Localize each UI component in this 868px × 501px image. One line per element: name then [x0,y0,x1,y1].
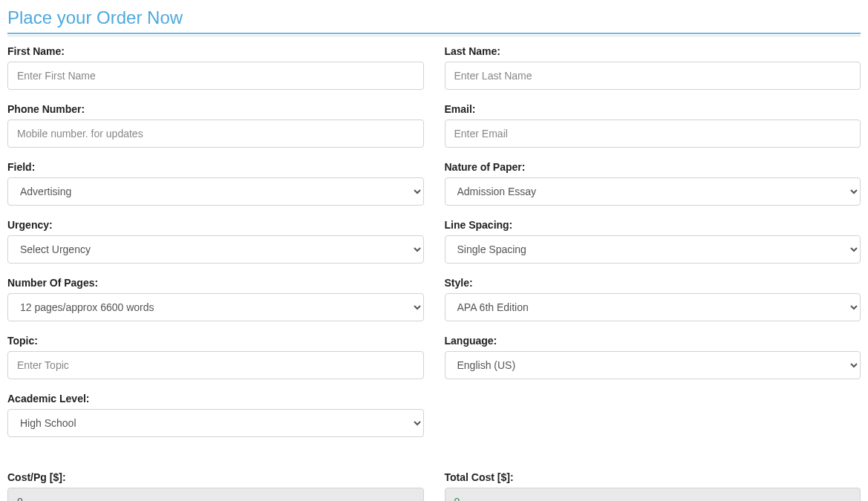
field-label: Field: [7,161,424,173]
title-divider [7,36,861,36]
total-cost-output [445,488,861,501]
urgency-label: Urgency: [7,219,424,231]
language-label: Language: [445,335,861,347]
email-input[interactable] [445,119,861,148]
style-select[interactable]: APA 6th Edition [445,293,861,321]
academic-level-select[interactable]: High School [7,409,424,437]
email-label: Email: [445,103,861,115]
pages-label: Number Of Pages: [7,277,424,289]
phone-input[interactable] [7,119,424,148]
cost-per-page-label: Cost/Pg [$]: [7,471,424,483]
last-name-label: Last Name: [445,45,861,57]
line-spacing-select[interactable]: Single Spacing [445,235,861,263]
nature-label: Nature of Paper: [445,161,861,173]
language-select[interactable]: English (US) [445,351,861,379]
nature-select[interactable]: Admission Essay [445,177,861,206]
first-name-input[interactable] [7,62,424,90]
order-form: First Name: Phone Number: Field: Adverti… [7,45,861,501]
urgency-select[interactable]: Select Urgency [7,235,424,263]
phone-label: Phone Number: [7,103,424,115]
page-title: Place your Order Now [7,7,861,34]
style-label: Style: [445,277,861,289]
pages-select[interactable]: 12 pages/approx 6600 words [7,293,424,321]
topic-input[interactable] [7,351,424,379]
topic-label: Topic: [7,335,424,347]
last-name-input[interactable] [445,62,861,90]
field-select[interactable]: Advertising [7,177,424,206]
cost-per-page-output [7,488,424,501]
total-cost-label: Total Cost [$]: [445,471,861,483]
academic-level-label: Academic Level: [7,393,424,405]
first-name-label: First Name: [7,45,424,57]
line-spacing-label: Line Spacing: [445,219,861,231]
